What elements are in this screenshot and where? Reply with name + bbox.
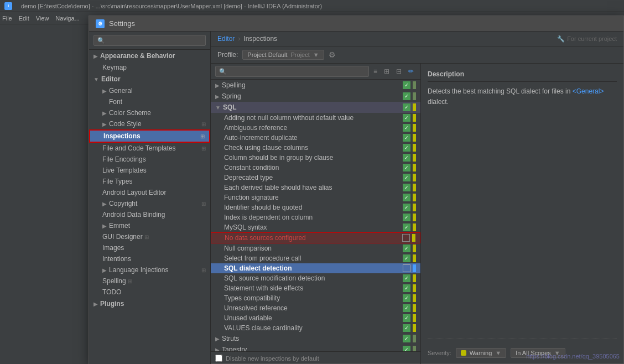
expand-btn[interactable]: ⊞: [382, 66, 392, 76]
check[interactable]: ✓: [403, 144, 410, 152]
insp-item-identifier-quoted[interactable]: Identifier should be quoted ✓: [211, 202, 420, 212]
tree-item-file-types[interactable]: File Types: [89, 176, 210, 187]
tree-item-editor[interactable]: ▼ Editor: [89, 73, 210, 85]
insp-item-deprecated[interactable]: Deprecated type ✓: [211, 173, 420, 183]
tree-item-file-encodings[interactable]: File Encodings: [89, 154, 210, 165]
tree-item-copyright[interactable]: ▶ Copyright ⊞: [89, 198, 210, 209]
tree-item-android-data-binding[interactable]: Android Data Binding: [89, 209, 210, 220]
insp-item-sql-dialect[interactable]: SQL dialect detection: [211, 263, 420, 273]
tree-item-android-layout[interactable]: Android Layout Editor: [89, 187, 210, 198]
check[interactable]: ✓: [403, 274, 410, 282]
check[interactable]: ✓: [403, 214, 410, 221]
insp-item-adding-not-null[interactable]: Adding not null column without default v…: [211, 113, 420, 123]
insp-item-index-dependent[interactable]: Index is dependent on column ✓: [211, 212, 420, 222]
group-spring[interactable]: ▶ Spring ✓: [211, 91, 420, 102]
check[interactable]: ✓: [403, 245, 410, 252]
check[interactable]: ✓: [403, 184, 410, 191]
profile-select[interactable]: Project Default Project ▼: [242, 50, 324, 60]
inspection-search[interactable]: [215, 66, 369, 77]
desc-code: <General>: [573, 87, 604, 95]
check[interactable]: ✓: [403, 114, 410, 122]
tree-item-spelling[interactable]: Spelling ⊞: [89, 275, 210, 287]
insp-item-null-comparison[interactable]: Null comparison ✓: [211, 243, 420, 253]
tree-label-file-encodings: File Encodings: [102, 155, 146, 163]
tree-item-plugins[interactable]: ▶ Plugins: [89, 298, 210, 310]
insp-item-types-compat[interactable]: Types compatibility ✓: [211, 293, 420, 303]
tree-label-intentions: Intentions: [102, 255, 131, 263]
insp-item-sql-source[interactable]: SQL source modification detection ✓: [211, 273, 420, 283]
check-sql[interactable]: ✓: [403, 103, 410, 111]
group-struts[interactable]: ▶ Struts ✓: [211, 333, 420, 344]
severity-select[interactable]: Warning ▼: [456, 348, 506, 358]
tree-item-live-templates[interactable]: Live Templates: [89, 165, 210, 176]
filter-btn[interactable]: ≡: [371, 66, 379, 76]
check[interactable]: ✓: [403, 174, 410, 181]
check[interactable]: ✓: [403, 254, 410, 262]
check[interactable]: ✓: [403, 284, 410, 292]
collapse-btn[interactable]: ⊟: [394, 66, 404, 76]
tree-item-intentions[interactable]: Intentions: [89, 253, 210, 264]
tree-item-color-scheme[interactable]: ▶ Color Scheme: [89, 107, 210, 118]
tree-item-font[interactable]: Font: [89, 96, 210, 107]
label: Function signature: [224, 194, 279, 201]
insp-item-mysql-syntax[interactable]: MySQL syntax ✓: [211, 222, 420, 232]
group-spelling[interactable]: ▶ Spelling ✓: [211, 80, 420, 91]
profile-label: Profile:: [217, 51, 238, 59]
insp-item-values-cardinality[interactable]: VALUES clause cardinality ✓: [211, 323, 420, 333]
check[interactable]: ✓: [403, 223, 410, 231]
edit-btn[interactable]: ✏: [406, 66, 416, 76]
group-sql-arrow: ▼: [215, 105, 221, 111]
insp-item-statement-effects[interactable]: Statement with side effects ✓: [211, 283, 420, 293]
insp-item-constant[interactable]: Constant condition ✓: [211, 163, 420, 173]
tree-item-todo[interactable]: TODO: [89, 287, 210, 298]
group-tapestry[interactable]: ▶ Tapestry ✓: [211, 344, 420, 351]
check[interactable]: ✓: [403, 314, 410, 322]
check[interactable]: [402, 234, 410, 242]
check[interactable]: [403, 264, 410, 272]
insp-item-check-using[interactable]: Check using clause columns ✓: [211, 143, 420, 153]
tree-item-keymap[interactable]: Keymap: [89, 62, 210, 73]
check[interactable]: ✓: [403, 204, 410, 211]
menu-navigate[interactable]: Naviga...: [55, 15, 79, 22]
check[interactable]: ✓: [403, 304, 410, 312]
label: Select from procedure call: [224, 254, 301, 262]
insp-item-function-sig[interactable]: Function signature ✓: [211, 193, 420, 202]
menu-file[interactable]: File: [2, 15, 12, 22]
menu-view[interactable]: View: [36, 15, 49, 22]
tree-item-appearance[interactable]: ▶ Appearance & Behavior: [89, 50, 210, 62]
check-struts[interactable]: ✓: [403, 335, 410, 342]
tree-item-general[interactable]: ▶ General: [89, 85, 210, 96]
tree-item-language-injections[interactable]: ▶ Language Injections ⊞: [89, 264, 210, 275]
check[interactable]: ✓: [403, 124, 410, 132]
check[interactable]: ✓: [403, 294, 410, 302]
tree-item-gui-designer[interactable]: GUI Designer ⊞: [89, 231, 210, 242]
label: MySQL syntax: [224, 223, 267, 231]
check[interactable]: ✓: [403, 164, 410, 171]
insp-item-select-procedure[interactable]: Select from procedure call ✓: [211, 253, 420, 263]
menu-edit[interactable]: Edit: [19, 15, 29, 22]
insp-item-column-group[interactable]: Column should be in group by clause ✓: [211, 153, 420, 163]
label: Auto-increment duplicate: [224, 134, 298, 142]
tree-item-inspections[interactable]: Inspections ⊞: [89, 129, 210, 143]
tree-item-emmet[interactable]: ▶ Emmet: [89, 220, 210, 231]
tree-item-file-code-templates[interactable]: File and Code Templates ⊞: [89, 143, 210, 154]
check-spelling[interactable]: ✓: [403, 81, 410, 89]
insp-item-no-data-sources[interactable]: No data sources configured: [211, 232, 420, 243]
insp-item-ambiguous[interactable]: Ambiguous reference ✓: [211, 123, 420, 133]
profile-gear-icon[interactable]: ⚙: [329, 50, 336, 59]
disable-new-inspections-checkbox[interactable]: [215, 355, 222, 362]
check-tapestry[interactable]: ✓: [403, 346, 410, 351]
check[interactable]: ✓: [403, 154, 410, 162]
check-spring[interactable]: ✓: [403, 92, 410, 100]
check[interactable]: ✓: [403, 134, 410, 142]
insp-item-derived-table[interactable]: Each derived table should have alias ✓: [211, 183, 420, 193]
insp-item-auto-increment[interactable]: Auto-increment duplicate ✓: [211, 133, 420, 143]
check[interactable]: ✓: [403, 194, 410, 201]
check[interactable]: ✓: [403, 324, 410, 332]
tree-item-images[interactable]: Images: [89, 242, 210, 253]
insp-item-unresolved[interactable]: Unresolved reference ✓: [211, 303, 420, 313]
settings-search-input[interactable]: [93, 35, 206, 46]
group-sql[interactable]: ▼ SQL ✓: [211, 102, 420, 113]
tree-item-code-style[interactable]: ▶ Code Style ⊞: [89, 118, 210, 129]
insp-item-unused-var[interactable]: Unused variable ✓: [211, 313, 420, 323]
